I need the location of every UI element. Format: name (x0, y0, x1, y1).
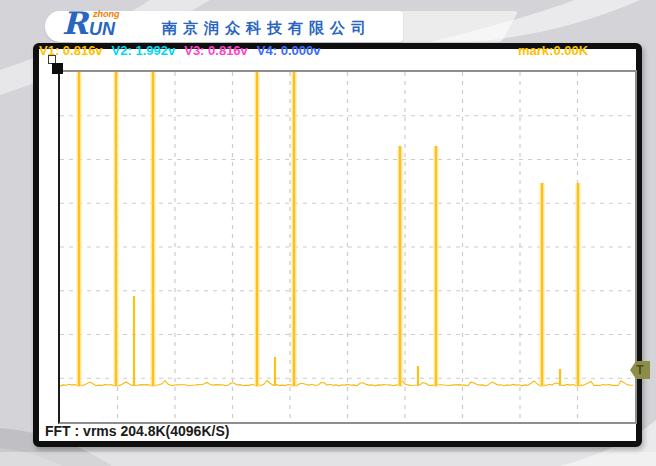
mark-readout: mark:0.00K (518, 43, 588, 59)
logo-script-r: R (62, 8, 88, 39)
measurement-v2: V2: 1.992v (112, 43, 176, 58)
oscilloscope-screen: V1: 0.816vV2: 1.992vV3: 0.816vV4: 0.000v… (33, 43, 642, 447)
logo-zhong-text: zhong (93, 9, 120, 19)
fft-status-text: FFT : vrms 204.8K(4096K/S) (45, 423, 229, 439)
run-zhong-logo: R UN zhong (62, 6, 157, 44)
cursor-top-marker[interactable] (52, 63, 63, 74)
measurement-v3: V3: 0.816v (184, 43, 248, 58)
fft-spectrum-trace (60, 72, 635, 422)
fft-plot-area (58, 70, 637, 424)
company-name: 南京润众科技有限公司 (162, 19, 372, 38)
measurement-readouts: V1: 0.816vV2: 1.992vV3: 0.816vV4: 0.000v (39, 43, 329, 59)
measurement-v4: V4: 0.000v (257, 43, 321, 58)
header-bar-extension (384, 11, 518, 42)
logo-un-text: UN (89, 19, 115, 40)
